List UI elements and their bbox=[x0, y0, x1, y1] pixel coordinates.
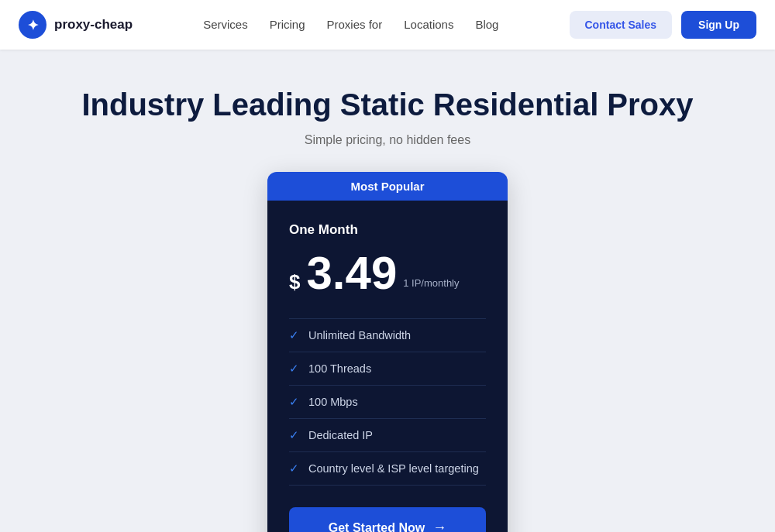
nav-links: Services Pricing Proxies for Locations B… bbox=[203, 18, 498, 32]
price-amount: 3.49 bbox=[306, 250, 397, 297]
hero-subtitle: Simple pricing, no hidden fees bbox=[16, 133, 760, 147]
logo-link[interactable]: ✦ proxy-cheap bbox=[19, 11, 133, 39]
feature-country-isp-targeting: ✓ Country level & ISP level targeting bbox=[289, 452, 486, 486]
contact-sales-button[interactable]: Contact Sales bbox=[570, 11, 673, 39]
hero-title-plain: Industry Leading bbox=[81, 88, 339, 122]
cta-label: Get Started Now bbox=[329, 521, 425, 533]
most-popular-badge: Most Popular bbox=[267, 172, 508, 201]
check-icon-3: ✓ bbox=[289, 395, 299, 409]
nav-proxies-for[interactable]: Proxies for bbox=[327, 18, 383, 31]
nav-services[interactable]: Services bbox=[203, 18, 248, 31]
feature-100-threads: ✓ 100 Threads bbox=[289, 352, 486, 386]
feature-label-3: 100 Mbps bbox=[308, 396, 358, 408]
pricing-card: Most Popular One Month $ 3.49 1 IP/month… bbox=[267, 172, 508, 532]
price-row: $ 3.49 1 IP/monthly bbox=[289, 250, 486, 297]
check-icon-5: ✓ bbox=[289, 462, 299, 475]
check-icon-1: ✓ bbox=[289, 328, 299, 342]
arrow-icon: → bbox=[432, 520, 446, 532]
plan-name: One Month bbox=[289, 222, 486, 238]
feature-100-mbps: ✓ 100 Mbps bbox=[289, 386, 486, 419]
feature-label-4: Dedicated IP bbox=[308, 429, 373, 441]
price-symbol: $ bbox=[289, 272, 300, 292]
sign-up-button[interactable]: Sign Up bbox=[681, 11, 756, 39]
card-body: One Month $ 3.49 1 IP/monthly ✓ Unlimite… bbox=[267, 201, 508, 532]
nav-blog[interactable]: Blog bbox=[475, 18, 498, 31]
get-started-button[interactable]: Get Started Now → bbox=[289, 507, 486, 532]
price-period: 1 IP/monthly bbox=[403, 277, 459, 290]
hero-title: Industry Leading Static Residential Prox… bbox=[16, 87, 760, 122]
hero-section: Industry Leading Static Residential Prox… bbox=[0, 50, 775, 147]
svg-text:✦: ✦ bbox=[27, 18, 39, 33]
pricing-section: Most Popular One Month $ 3.49 1 IP/month… bbox=[0, 147, 775, 532]
hero-title-bold: Static Residential Proxy bbox=[340, 88, 694, 122]
feature-label-1: Unlimited Bandwidth bbox=[308, 329, 411, 342]
feature-label-2: 100 Threads bbox=[308, 362, 371, 375]
features-list: ✓ Unlimited Bandwidth ✓ 100 Threads ✓ 10… bbox=[289, 318, 486, 486]
nav-actions: Contact Sales Sign Up bbox=[570, 11, 756, 39]
nav-pricing[interactable]: Pricing bbox=[270, 18, 305, 31]
nav-locations[interactable]: Locations bbox=[404, 18, 453, 31]
feature-dedicated-ip: ✓ Dedicated IP bbox=[289, 419, 486, 452]
feature-label-5: Country level & ISP level targeting bbox=[308, 462, 479, 475]
check-icon-2: ✓ bbox=[289, 362, 299, 376]
logo-icon: ✦ bbox=[19, 11, 46, 39]
navbar: ✦ proxy-cheap Services Pricing Proxies f… bbox=[0, 0, 775, 50]
logo-text: proxy-cheap bbox=[54, 17, 133, 33]
check-icon-4: ✓ bbox=[289, 428, 299, 442]
feature-unlimited-bandwidth: ✓ Unlimited Bandwidth bbox=[289, 319, 486, 352]
